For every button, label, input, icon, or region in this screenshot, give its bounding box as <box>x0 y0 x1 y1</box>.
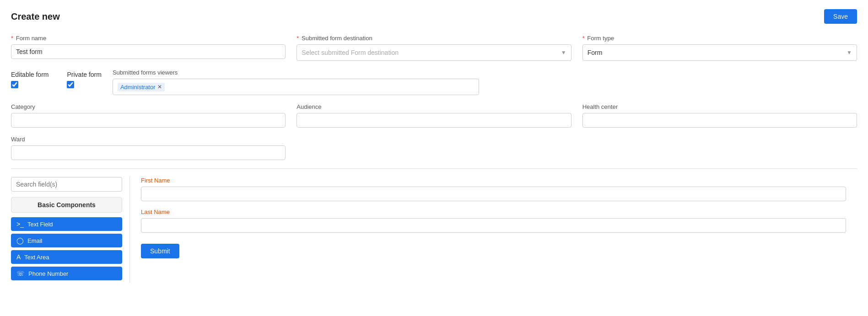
audience-input[interactable] <box>297 113 571 128</box>
text-area-icon: A <box>16 253 21 261</box>
submitted-forms-viewers-group: Submitted forms viewers Administrator ✕ <box>113 69 480 95</box>
private-form-checkbox[interactable] <box>67 81 74 88</box>
top-form-row: * Form name * Submitted form destination… <box>11 35 857 61</box>
text-area-label: Text Area <box>24 254 49 261</box>
text-field-icon: >_ <box>16 220 24 228</box>
text-area-component-button[interactable]: A Text Area <box>11 250 122 264</box>
submitted-form-destination-label: * Submitted form destination <box>297 35 571 42</box>
submitted-forms-viewers-input[interactable]: Administrator ✕ <box>113 79 480 95</box>
form-type-value: Form <box>588 49 603 56</box>
health-center-group: Health center <box>582 103 857 128</box>
ward-label: Ward <box>11 136 286 143</box>
divider <box>11 168 857 169</box>
first-name-input[interactable] <box>141 187 846 201</box>
last-name-label: Last Name <box>141 209 846 215</box>
private-form-group: Private form <box>67 71 101 90</box>
save-button[interactable]: Save <box>824 9 857 24</box>
audience-label: Audience <box>297 103 571 110</box>
last-name-input[interactable] <box>141 218 846 233</box>
submitted-form-destination-group: * Submitted form destination Select subm… <box>297 35 571 61</box>
phone-number-component-button[interactable]: ☏ Phone Number <box>11 267 122 280</box>
ward-input[interactable] <box>11 145 286 160</box>
page-title: Create new <box>11 11 60 22</box>
category-label: Category <box>11 103 286 110</box>
form-name-input[interactable] <box>11 44 286 59</box>
chevron-down-icon: ▼ <box>561 49 566 56</box>
ward-row: Ward <box>11 136 857 160</box>
phone-number-label: Phone Number <box>28 270 68 277</box>
text-field-component-button[interactable]: >_ Text Field <box>11 217 122 231</box>
email-component-button[interactable]: ◯ Email <box>11 234 122 247</box>
search-fields-input[interactable] <box>11 177 122 192</box>
sidebar-section-title: Basic Components <box>11 197 122 213</box>
header: Create new Save <box>11 9 857 24</box>
submitted-forms-viewers-label: Submitted forms viewers <box>113 69 480 76</box>
audience-group: Audience <box>297 103 571 128</box>
health-center-input[interactable] <box>582 113 857 128</box>
email-label: Email <box>27 237 43 244</box>
form-name-label: * Form name <box>11 35 286 42</box>
form-type-group: * Form type Form ▼ <box>582 35 857 61</box>
private-form-label: Private form <box>67 71 101 78</box>
page: Create new Save * Form name * Submitted … <box>0 0 868 292</box>
form-type-select[interactable]: Form ▼ <box>582 44 857 61</box>
editable-form-label: Editable form <box>11 71 49 78</box>
editable-form-group: Editable form <box>11 71 49 90</box>
first-name-field-group: First Name <box>141 177 846 201</box>
remove-administrator-tag[interactable]: ✕ <box>157 84 162 90</box>
submitted-form-destination-placeholder: Select submitted Form destination <box>302 49 399 56</box>
chevron-down-icon: ▼ <box>846 49 852 56</box>
ward-group: Ward <box>11 136 286 160</box>
submit-button[interactable]: Submit <box>141 244 179 258</box>
form-type-label: * Form type <box>582 35 857 42</box>
form-name-group: * Form name <box>11 35 286 61</box>
bottom-section: Basic Components >_ Text Field ◯ Email A… <box>11 177 857 283</box>
health-center-label: Health center <box>582 103 857 110</box>
first-name-label: First Name <box>141 177 846 184</box>
category-input[interactable] <box>11 113 286 128</box>
last-name-field-group: Last Name <box>141 209 846 233</box>
category-row: Category Audience Health center <box>11 103 857 128</box>
phone-number-icon: ☏ <box>16 270 25 277</box>
administrator-tag: Administrator ✕ <box>118 83 165 91</box>
category-group: Category <box>11 103 286 128</box>
email-icon: ◯ <box>16 237 24 244</box>
form-canvas: First Name Last Name Submit <box>130 177 857 283</box>
editable-form-checkbox[interactable] <box>11 81 18 88</box>
sidebar: Basic Components >_ Text Field ◯ Email A… <box>11 177 130 283</box>
submitted-form-destination-select[interactable]: Select submitted Form destination ▼ <box>297 44 571 61</box>
text-field-label: Text Field <box>27 221 53 228</box>
